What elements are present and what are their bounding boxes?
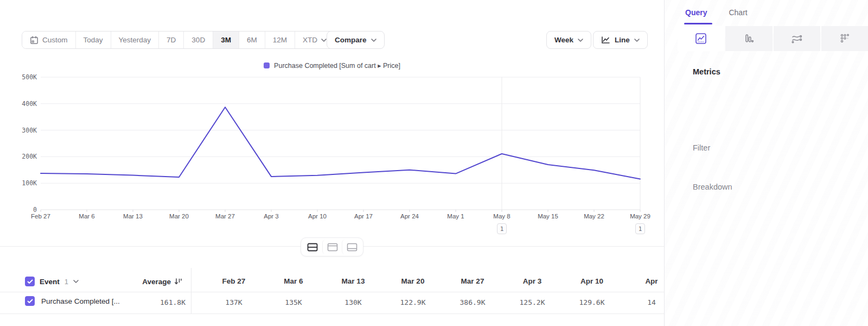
table-cell-value: 130K: [323, 298, 383, 306]
y-tick-label: 0: [4, 206, 37, 214]
flows-icon: [790, 33, 803, 45]
select-all-checkbox[interactable]: [25, 277, 35, 286]
range-3m[interactable]: 3M: [213, 32, 239, 48]
range-label: 30D: [192, 36, 205, 44]
range-label: Yesterday: [119, 36, 151, 44]
table-column-header[interactable]: Mar 6: [264, 277, 323, 285]
compare-button[interactable]: Compare: [327, 31, 385, 49]
x-tick-label: May 22: [584, 213, 604, 220]
x-tick-label: Mar 20: [169, 213, 189, 220]
layout-table-only-button[interactable]: [342, 240, 361, 254]
x-tick-label: May 1: [447, 213, 464, 220]
table-cell-value: 137K: [204, 298, 264, 306]
breakdown-section-title: Breakdown: [693, 183, 732, 191]
layout-split-button[interactable]: [303, 240, 322, 254]
insights-report: CustomTodayYesterday7D30D3M6M12MXTD Comp…: [0, 0, 868, 326]
viz-retention-button[interactable]: [821, 26, 868, 51]
range-30d[interactable]: 30D: [184, 32, 213, 48]
y-tick-label: 100K: [4, 179, 37, 187]
table-cell-value: 125.2K: [502, 298, 562, 306]
chevron-down-icon[interactable]: [73, 280, 79, 283]
table-cell-value: 129.6K: [562, 298, 622, 306]
layout-toggle-group: [301, 237, 363, 256]
x-tick-label: Mar 27: [215, 213, 235, 220]
table-cell-value: 14: [622, 298, 664, 306]
metrics-section-title: Metrics: [693, 67, 720, 76]
range-label: XTD: [303, 36, 317, 44]
range-yesterday[interactable]: Yesterday: [111, 32, 159, 48]
table-bottom-divider: [0, 314, 664, 314]
layout-split-icon: [307, 243, 318, 252]
x-tick-label: May 15: [538, 213, 558, 220]
visualization-selector: [678, 26, 868, 51]
viz-insights-button[interactable]: [678, 26, 724, 51]
table-column-header[interactable]: Apr 3: [502, 277, 562, 285]
average-label: Average: [142, 278, 171, 286]
table-cell-value: 122.9K: [383, 298, 443, 306]
tab-chart[interactable]: Chart: [729, 8, 747, 17]
range-today[interactable]: Today: [76, 32, 111, 48]
range-label: 7D: [167, 36, 176, 44]
chevron-down-icon: [321, 39, 327, 42]
range-custom[interactable]: Custom: [22, 32, 76, 48]
x-tick-label: Mar 13: [123, 213, 143, 220]
range-7d[interactable]: 7D: [159, 32, 184, 48]
query-panel: Query Chart: [664, 0, 868, 326]
table-column-divider: [191, 268, 192, 314]
layout-chart-only-button[interactable]: [322, 240, 342, 254]
x-tick-label: May 29: [630, 213, 650, 220]
y-tick-label: 300K: [4, 127, 37, 134]
y-tick-label: 400K: [4, 100, 37, 108]
insights-line-icon: [695, 33, 707, 45]
chart-type-label: Line: [615, 36, 630, 44]
annotation-badge[interactable]: 1: [497, 223, 507, 234]
line-chart-plot[interactable]: [41, 77, 640, 210]
main-chart-area: CustomTodayYesterday7D30D3M6M12MXTD Comp…: [0, 0, 664, 326]
y-tick-label: 500K: [4, 73, 37, 81]
compare-label: Compare: [335, 36, 367, 44]
range-label: 6M: [247, 36, 257, 44]
check-icon: [27, 299, 33, 304]
range-label: Today: [84, 36, 103, 44]
annotation-badge[interactable]: 1: [635, 223, 645, 234]
table-column-header[interactable]: Apr 10: [562, 277, 622, 285]
granularity-label: Week: [554, 36, 573, 44]
chevron-down-icon: [578, 39, 583, 42]
calendar-icon: [30, 36, 39, 45]
viz-bar-chart-button[interactable]: [725, 26, 772, 51]
table-event-header: Event 1: [25, 273, 79, 290]
x-tick-label: Mar 6: [79, 213, 94, 220]
x-tick-label: May 8: [493, 213, 510, 220]
active-tab-underline: [684, 23, 712, 24]
table-cell-value: 386.9K: [443, 298, 502, 306]
y-tick-label: 200K: [4, 153, 37, 160]
panel-tabs: Query Chart: [665, 0, 868, 25]
table-column-header[interactable]: Feb 27: [204, 277, 264, 285]
row-event-name: Purchase Completed [...: [41, 297, 120, 305]
date-range-group: CustomTodayYesterday7D30D3M6M12MXTD: [22, 31, 335, 49]
chart-type-button[interactable]: Line: [593, 31, 648, 49]
filter-section-title: Filter: [693, 143, 710, 152]
legend-swatch: [264, 62, 270, 68]
table-cell-value: 135K: [264, 298, 323, 306]
legend-label: Purchase Completed [Sum of cart ▸ Price]: [274, 61, 400, 70]
line-chart-icon: [601, 36, 610, 44]
range-6m[interactable]: 6M: [239, 32, 265, 48]
bar-chart-icon: [743, 33, 755, 45]
range-label: 3M: [221, 36, 231, 44]
viz-flows-button[interactable]: [774, 26, 820, 51]
average-column-header[interactable]: Average: [126, 273, 182, 290]
table-column-header[interactable]: Mar 13: [323, 277, 383, 285]
range-12m[interactable]: 12M: [265, 32, 295, 48]
table-column-header[interactable]: Apr: [622, 277, 664, 285]
table-column-header[interactable]: Mar 20: [383, 277, 443, 285]
event-count: 1: [65, 278, 68, 286]
row-checkbox[interactable]: [25, 296, 35, 306]
granularity-button[interactable]: Week: [546, 31, 591, 49]
table-row[interactable]: Purchase Completed [...: [25, 296, 120, 306]
table-column-header[interactable]: Mar 27: [443, 277, 502, 285]
x-tick-label: Apr 10: [308, 213, 327, 220]
tab-query[interactable]: Query: [685, 8, 707, 17]
check-icon: [27, 279, 33, 284]
event-column-label[interactable]: Event: [40, 278, 60, 286]
